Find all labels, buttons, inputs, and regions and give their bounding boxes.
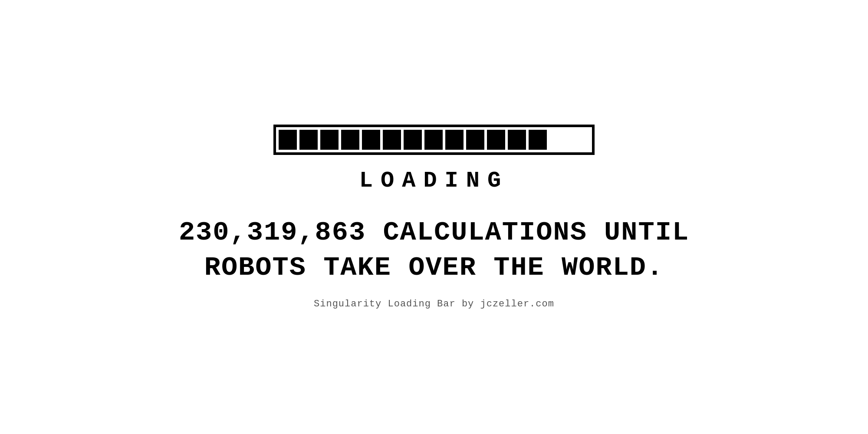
progress-block-6 <box>383 130 401 150</box>
attribution-text: Singularity Loading Bar by jczeller.com <box>314 299 554 309</box>
loading-label: LOADING <box>359 168 509 194</box>
progress-block-2 <box>299 130 318 150</box>
progress-block-8 <box>424 130 443 150</box>
progress-block-12 <box>508 130 526 150</box>
progress-block-7 <box>404 130 422 150</box>
progress-block-3 <box>320 130 339 150</box>
progress-block-4 <box>341 130 359 150</box>
calculations-line1: 230,319,863 CALCULATIONS UNTIL <box>179 215 689 250</box>
main-container: LOADING 230,319,863 CALCULATIONS UNTIL R… <box>179 125 689 309</box>
progress-block-10 <box>466 130 484 150</box>
progress-block-9 <box>445 130 464 150</box>
progress-block-1 <box>279 130 297 150</box>
calculations-line2: ROBOTS TAKE OVER THE WORLD. <box>179 250 689 286</box>
progress-bar-inner <box>279 130 547 150</box>
progress-block-13 <box>529 130 547 150</box>
progress-bar-outer <box>273 125 595 155</box>
progress-block-5 <box>362 130 380 150</box>
progress-bar-wrapper <box>273 125 595 155</box>
progress-block-11 <box>487 130 505 150</box>
calculations-text: 230,319,863 CALCULATIONS UNTIL ROBOTS TA… <box>179 215 689 285</box>
